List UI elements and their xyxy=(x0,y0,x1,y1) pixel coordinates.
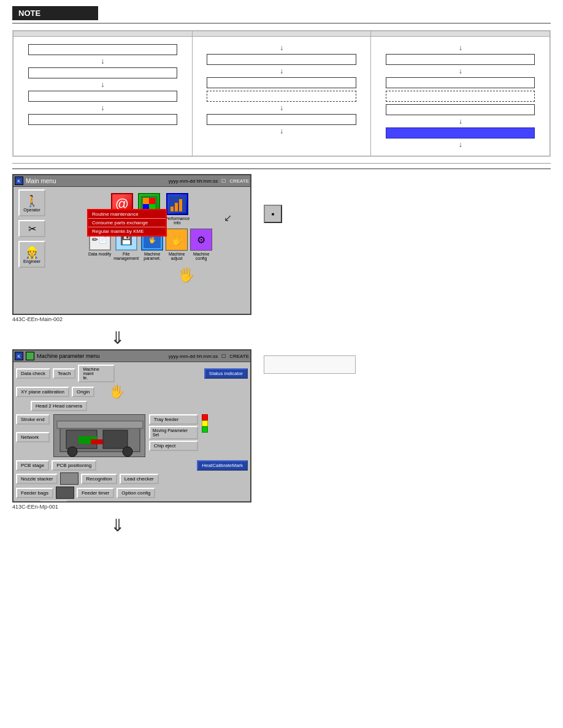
mp-network-btn[interactable]: Network xyxy=(16,432,50,442)
mm-performance-label2: info xyxy=(174,221,180,225)
mp-feeder-img xyxy=(56,487,74,499)
mp-lead-checker-btn[interactable]: Lead checker xyxy=(120,474,159,484)
mp-indicator-col xyxy=(202,414,208,457)
svg-point-14 xyxy=(67,447,77,457)
mp-pcb-stage-btn[interactable]: PCB stage xyxy=(16,460,49,471)
mm-engineer-btn[interactable]: 👷 Engineer xyxy=(18,241,45,268)
svg-rect-16 xyxy=(57,421,143,428)
mp-caption: 413C-EEn-Mp-001 xyxy=(12,504,58,510)
mm-machine-adjust-img: 🖐 xyxy=(166,229,188,251)
mm-file-mgmt-label2: management xyxy=(113,256,139,260)
flow-table: ↓ ↓ ↓ ↓ ↓ ↓ ↓ xyxy=(13,31,550,156)
mp-create-label: CREATE xyxy=(229,354,249,359)
mp-machine-maint-btn[interactable]: Machine maintte. xyxy=(78,365,115,382)
mm-dropdown-item-1[interactable]: Routine maintenance xyxy=(88,210,166,219)
mp-head-camera-btn[interactable]: Head 2 Head camera xyxy=(31,401,87,411)
flow-arrow-1-2: ↓ xyxy=(101,81,104,88)
screenshots-section: K Main menu yyyy-mm-dd hh:mm:ss ☐ CREATE… xyxy=(12,174,551,537)
mp-moving-param-btn[interactable]: Moving Parameter Set xyxy=(149,426,198,439)
mp-indicator-red xyxy=(202,414,208,420)
mm-operator-icon: 🚶 xyxy=(25,194,39,208)
mp-recognition-btn[interactable]: Recognition xyxy=(81,474,117,484)
mm-performance-img xyxy=(166,193,188,215)
mm-datetime: yyyy-mm-dd hh:mm:ss xyxy=(169,178,218,184)
mm-engineer-label: Engineer xyxy=(23,259,40,264)
flow-box-1-1 xyxy=(28,44,178,55)
flow-box-1-4 xyxy=(28,114,178,125)
flow-box-1-3 xyxy=(28,91,178,102)
mp-machine-svg xyxy=(54,415,146,458)
mp-chip-eject-btn[interactable]: Chip eject xyxy=(149,441,198,451)
mm-machine-param-label: Machine xyxy=(144,252,160,256)
flow-box-2-2 xyxy=(207,77,356,88)
svg-rect-8 xyxy=(179,199,182,211)
mm-operator-btn[interactable]: 🚶 Operator xyxy=(18,189,45,216)
header-label: NOTE xyxy=(12,6,98,20)
flow-arrow-1-3: ↓ xyxy=(101,104,104,112)
mp-checkbox: ☐ xyxy=(221,354,226,359)
mm-machine-adjust-icon[interactable]: 🖐 Machine adjust xyxy=(166,229,188,260)
mp-camera-btn[interactable]: Camera xyxy=(40,501,67,502)
mp-pcb-positioning-btn[interactable]: PCB positioning xyxy=(52,460,96,471)
small-icon-button[interactable]: ▪ xyxy=(264,205,282,223)
mm-scissors-btn[interactable]: ✂ xyxy=(18,220,45,237)
mp-heat-calibrate-btn[interactable]: HeatCalibrateMark xyxy=(197,460,248,471)
mp-option-config-btn[interactable]: Option config xyxy=(117,488,155,498)
flow-box-3-4 xyxy=(386,104,535,115)
flow-col2: ↓ ↓ ↓ ↓ xyxy=(192,37,371,156)
mp-screen: K Machine parameter menu yyyy-mm-dd hh:m… xyxy=(12,349,251,502)
mm-machine-config-label2: config xyxy=(196,256,207,260)
mm-machine-config-img: ⚙ xyxy=(190,229,212,251)
flow-box-2-4 xyxy=(207,114,356,125)
mm-scissors-icon: ✂ xyxy=(28,223,36,235)
mm-machine-config-icon[interactable]: ⚙ Machine config xyxy=(190,229,212,260)
flow-box-3-1 xyxy=(386,54,535,65)
mp-xy-plane-btn[interactable]: XY plane calibration xyxy=(16,387,69,397)
mm-performance-icon[interactable]: Performance info xyxy=(165,193,190,225)
mp-feeder-bags-btn[interactable]: Feeder bags xyxy=(16,488,53,498)
mp-title: Machine parameter menu xyxy=(37,353,100,359)
section-divider-1 xyxy=(12,163,551,164)
mm-dropdown-item-3[interactable]: Regular mainte.by KME xyxy=(88,227,166,235)
mp-logo: K xyxy=(15,352,23,360)
mm-title: Main menu xyxy=(26,178,56,184)
mp-stroke-end-btn[interactable]: Stroke end xyxy=(16,414,50,425)
flow-box-3-5 xyxy=(386,127,535,138)
mp-teach-btn[interactable]: Teach xyxy=(53,368,75,379)
mp-data-check-btn[interactable]: Data check xyxy=(16,368,50,379)
mp-logo2 xyxy=(26,352,34,360)
mp-spacer-2 xyxy=(16,426,50,431)
mm-machine-param-label2: paramet. xyxy=(144,256,161,260)
mm-checkbox: ☐ xyxy=(221,178,226,184)
flow-box-1-2 xyxy=(28,67,178,78)
mp-nozzle-stacker-btn[interactable]: Nozzle stacker xyxy=(16,474,58,484)
mp-left-btns: Stroke end Network xyxy=(16,414,50,457)
mp-tray-feeder-btn[interactable]: Tray feeder xyxy=(149,414,198,425)
flow-col3: ↓ ↓ ↓ ↓ xyxy=(371,37,550,156)
mp-row-5: Nozzle stacker Recognition Lead checker xyxy=(16,472,248,485)
flow-col1-header xyxy=(13,31,193,37)
mm-machine-adjust-label2: adjust xyxy=(171,256,183,260)
mp-status-indicator-btn[interactable]: Status indicator xyxy=(204,368,248,379)
mm-dropdown-item-2[interactable]: Consume parts exchange xyxy=(88,219,166,227)
mp-row-7: Camera xyxy=(40,501,248,502)
main-menu-screen: K Main menu yyyy-mm-dd hh:mm:ss ☐ CREATE… xyxy=(12,174,251,315)
mp-origin-btn[interactable]: Origin xyxy=(72,387,94,397)
flow-arrow-2-0: ↓ xyxy=(280,44,283,51)
mp-feeder-timer-btn[interactable]: Feeder timer xyxy=(77,488,114,498)
flow-arrow-2-2: ↓ xyxy=(280,104,283,112)
mm-operator-label: Operator xyxy=(23,208,40,212)
svg-rect-6 xyxy=(170,207,174,211)
machine-param-row: K Machine parameter menu yyyy-mm-dd hh:m… xyxy=(12,349,551,510)
flow-arrow-3-2: ↓ xyxy=(459,118,462,125)
flow-arrow-1-1: ↓ xyxy=(101,58,104,65)
down-arrow-1-container: ⇓ xyxy=(110,330,551,347)
mm-content: @ Production Product config xyxy=(50,187,250,313)
mp-row-1: Data check Teach Machine maintte. Status… xyxy=(16,365,248,382)
mp-nozzle-img xyxy=(60,472,79,485)
down-arrow-2: ⇓ xyxy=(110,517,124,534)
small-icon-symbol: ▪ xyxy=(272,209,275,219)
main-menu-row: K Main menu yyyy-mm-dd hh:mm:ss ☐ CREATE… xyxy=(12,174,551,322)
right-content-box xyxy=(264,355,356,374)
mm-dropdown: Routine maintenance Consume parts exchan… xyxy=(87,209,167,237)
